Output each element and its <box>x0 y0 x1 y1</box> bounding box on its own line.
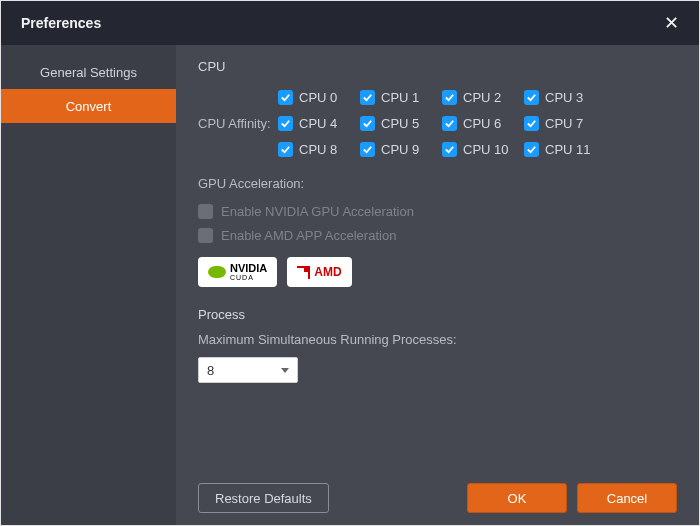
process-section-title: Process <box>198 307 677 322</box>
cancel-button[interactable]: Cancel <box>577 483 677 513</box>
checkbox-icon <box>360 142 375 157</box>
preferences-window: Preferences ✕ General Settings Convert C… <box>0 0 700 526</box>
nvidia-icon <box>208 266 226 278</box>
checkbox-icon <box>278 116 293 131</box>
window-title: Preferences <box>21 15 101 31</box>
cpu-affinity-group: CPU Affinity: CPU 0 CPU 1 C <box>198 84 677 162</box>
cpu-affinity-label: CPU Affinity: <box>198 110 278 136</box>
nvidia-badge-text: NVIDIA <box>230 263 267 274</box>
window-body: General Settings Convert CPU CPU Affinit… <box>1 45 699 525</box>
chevron-down-icon <box>281 368 289 373</box>
cpu-checkbox-7[interactable]: CPU 7 <box>524 116 606 131</box>
checkbox-icon <box>360 90 375 105</box>
cpu-row: CPU 8 CPU 9 CPU 10 CPU 11 <box>278 136 677 162</box>
checkbox-icon <box>442 142 457 157</box>
cpu-checkbox-11[interactable]: CPU 11 <box>524 142 606 157</box>
sidebar-item-convert[interactable]: Convert <box>1 89 176 123</box>
content-panel: CPU CPU Affinity: CPU 0 CPU 1 <box>176 45 699 525</box>
cpu-label: CPU 5 <box>381 116 419 131</box>
cpu-label: CPU 6 <box>463 116 501 131</box>
gpu-section: GPU Acceleration: Enable NVIDIA GPU Acce… <box>198 176 677 287</box>
amd-badge-text: AMD <box>314 265 341 279</box>
footer-buttons: Restore Defaults OK Cancel <box>198 483 677 513</box>
cpu-label: CPU 3 <box>545 90 583 105</box>
amd-badge[interactable]: AMD <box>287 257 351 287</box>
process-count-select[interactable]: 8 <box>198 357 298 383</box>
checkbox-icon <box>278 90 293 105</box>
checkbox-icon <box>442 116 457 131</box>
titlebar: Preferences ✕ <box>1 1 699 45</box>
gpu-nvidia-label: Enable NVIDIA GPU Acceleration <box>221 204 414 219</box>
cpu-section-title: CPU <box>198 59 677 74</box>
cpu-checkbox-3[interactable]: CPU 3 <box>524 90 606 105</box>
checkbox-icon <box>198 204 213 219</box>
cpu-label: CPU 11 <box>545 142 591 157</box>
cpu-checkbox-2[interactable]: CPU 2 <box>442 90 524 105</box>
gpu-section-title: GPU Acceleration: <box>198 176 677 191</box>
cpu-label: CPU 0 <box>299 90 337 105</box>
process-section: Process Maximum Simultaneous Running Pro… <box>198 307 677 383</box>
sidebar-item-general-settings[interactable]: General Settings <box>1 55 176 89</box>
cpu-label: CPU 9 <box>381 142 419 157</box>
restore-defaults-button[interactable]: Restore Defaults <box>198 483 329 513</box>
checkbox-icon <box>360 116 375 131</box>
checkbox-icon <box>278 142 293 157</box>
process-count-value: 8 <box>207 363 214 378</box>
amd-icon <box>297 266 310 279</box>
sidebar-item-label: Convert <box>66 99 112 114</box>
gpu-amd-label: Enable AMD APP Acceleration <box>221 228 396 243</box>
spacer <box>198 383 677 475</box>
cpu-checkbox-0[interactable]: CPU 0 <box>278 90 360 105</box>
cpu-label: CPU 4 <box>299 116 337 131</box>
close-icon[interactable]: ✕ <box>659 12 683 34</box>
checkbox-icon <box>524 142 539 157</box>
cpu-label: CPU 7 <box>545 116 583 131</box>
checkbox-icon <box>524 116 539 131</box>
gpu-badges: NVIDIA CUDA AMD <box>198 257 677 287</box>
nvidia-badge[interactable]: NVIDIA CUDA <box>198 257 277 287</box>
cpu-row: CPU 4 CPU 5 CPU 6 CPU 7 <box>278 110 677 136</box>
nvidia-badge-sub: CUDA <box>230 274 267 281</box>
cpu-label: CPU 10 <box>463 142 509 157</box>
sidebar-item-label: General Settings <box>40 65 137 80</box>
cpu-checkbox-6[interactable]: CPU 6 <box>442 116 524 131</box>
cpu-row: CPU 0 CPU 1 CPU 2 CPU 3 <box>278 84 677 110</box>
button-label: Cancel <box>607 491 647 506</box>
checkbox-icon <box>442 90 457 105</box>
gpu-amd-checkbox[interactable]: Enable AMD APP Acceleration <box>198 223 677 247</box>
cpu-rows: CPU 0 CPU 1 CPU 2 CPU 3 <box>278 84 677 162</box>
button-label: OK <box>508 491 527 506</box>
checkbox-icon <box>524 90 539 105</box>
process-label: Maximum Simultaneous Running Processes: <box>198 332 677 347</box>
cpu-checkbox-9[interactable]: CPU 9 <box>360 142 442 157</box>
button-label: Restore Defaults <box>215 491 312 506</box>
cpu-checkbox-8[interactable]: CPU 8 <box>278 142 360 157</box>
gpu-nvidia-checkbox[interactable]: Enable NVIDIA GPU Acceleration <box>198 199 677 223</box>
cpu-checkbox-1[interactable]: CPU 1 <box>360 90 442 105</box>
checkbox-icon <box>198 228 213 243</box>
ok-button[interactable]: OK <box>467 483 567 513</box>
sidebar: General Settings Convert <box>1 45 176 525</box>
cpu-checkbox-4[interactable]: CPU 4 <box>278 116 360 131</box>
cpu-checkbox-10[interactable]: CPU 10 <box>442 142 524 157</box>
cpu-label: CPU 8 <box>299 142 337 157</box>
cpu-label: CPU 1 <box>381 90 419 105</box>
cpu-checkbox-5[interactable]: CPU 5 <box>360 116 442 131</box>
cpu-label: CPU 2 <box>463 90 501 105</box>
